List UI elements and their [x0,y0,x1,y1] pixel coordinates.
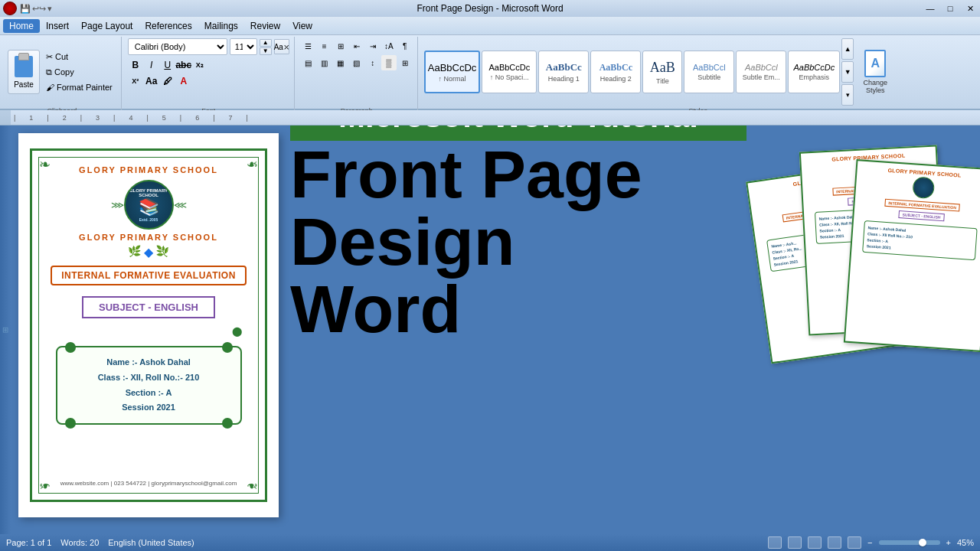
style-heading1-button[interactable]: AaBbCc Heading 1 [538,51,589,93]
align-center-button[interactable]: ▥ [317,55,332,70]
line-spacing-button[interactable]: ↕ [365,55,381,70]
bullets-button[interactable]: ☰ [301,38,316,54]
mini-eval-text-3: INTERNAL FORMATIVE EVALUATION [888,201,956,210]
underline-button[interactable]: U [160,57,175,73]
style-title-label: Title [656,77,669,85]
styles-scroll-up[interactable]: ▲ [841,38,854,60]
menu-review[interactable]: Review [244,19,286,33]
page-info: Page: 1 of 1 [6,538,51,547]
quick-access-toolbar: 💾 ↩ ↪ ▾ [0,0,55,17]
paste-button[interactable]: Paste [8,50,40,94]
style-h2-preview: AaBbCc [599,62,632,73]
multilevel-button[interactable]: ⊞ [333,38,348,54]
doc-border: ❧ ❧ ❧ ❧ GLORY PRIMARY SCHOOL ⋙ GLORY PRI… [30,148,267,502]
shading-button[interactable]: ▒ [381,55,397,70]
subscript-button[interactable]: X₂ [192,57,207,73]
style-emphasis-button[interactable]: AaBbCcDc Emphasis [788,51,840,93]
student-info: Name :- Ashok Dahal Class :- XII, Roll N… [69,355,229,416]
print-view-button[interactable] [768,536,782,549]
italic-button[interactable]: I [144,57,159,73]
highlight-button[interactable]: 🖊 [160,73,175,89]
font-family-selector[interactable]: Calibri (Body) [128,38,227,55]
zoom-minus-icon[interactable]: − [867,538,872,547]
superscript-button[interactable]: X² [128,73,143,89]
style-h2-label: Heading 2 [600,75,632,83]
style-subtitle-label: Subtitle [697,73,720,81]
title-line1: Front Page [290,141,642,208]
evaluation-text: INTERNAL FORMATIVE EVALUATION [61,270,236,281]
menu-mailings[interactable]: Mailings [198,19,244,33]
styles-scroll-down[interactable]: ▼ [841,61,854,83]
font-color-button[interactable]: A [176,73,191,89]
style-nospace-button[interactable]: AaBbCcDc ↑ No Spaci... [482,51,537,93]
sort-button[interactable]: ↕A [381,38,397,54]
style-h1-preview: AaBbCc [546,61,582,73]
align-right-button[interactable]: ▦ [333,55,348,70]
style-normal-label: ↑ Normal [439,75,466,83]
style-nospace-label: ↑ No Spaci... [490,73,529,81]
menu-insert[interactable]: Insert [40,19,75,33]
ruler-mark: | [80,114,82,122]
menu-view[interactable]: View [286,19,318,33]
ruler-mark: | [47,114,48,122]
cut-button[interactable]: ✂ Cut [42,50,116,64]
zoom-slider[interactable] [879,540,940,545]
mini-page-3-content: GLORY PRIMARY SCHOOL INTERNAL FORMATIVE … [845,161,980,350]
document-page: ❧ ❧ ❧ ❧ GLORY PRIMARY SCHOOL ⋙ GLORY PRI… [18,133,279,517]
overlay-area: Front Page Design Word W [290,133,746,141]
numbering-button[interactable]: ≡ [317,38,332,54]
document-area: ❧ ❧ ❧ ❧ GLORY PRIMARY SCHOOL ⋙ GLORY PRI… [11,126,980,534]
word-count: Words: 20 [60,538,99,547]
change-styles-icon: A [864,50,886,77]
menu-page-layout[interactable]: Page Layout [75,19,139,33]
minimize-button[interactable]: — [920,0,940,17]
style-subtitle-button[interactable]: AaBbCcl Subtitle [684,51,734,93]
style-normal-button[interactable]: AaBbCcDc ↑ Normal [424,51,481,93]
outline-view-button[interactable] [828,536,841,549]
tutorial-text: Microsoft Word Tutorial [338,126,698,135]
justify-button[interactable]: ▧ [349,55,364,70]
styles-more[interactable]: ▾ [841,84,854,106]
scroll-top-right-icon: ⬤ [232,326,242,337]
decrease-indent-button[interactable]: ⇤ [349,38,364,54]
web-layout-button[interactable] [808,536,822,549]
change-styles-button[interactable]: A Change Styles [855,47,895,97]
menu-home[interactable]: Home [3,19,40,33]
school-emblem-icon: 📚 [129,197,168,217]
title-line2: Design [290,208,642,276]
align-left-button[interactable]: ▤ [301,55,316,70]
mini-eval-3: INTERNAL FORMATIVE EVALUATION [884,199,960,212]
bold-button[interactable]: B [128,57,143,73]
clipboard-content: Paste ✂ Cut ⧉ Copy 🖌 Format Painter [8,38,116,106]
font-size-increase[interactable]: ▲ [260,39,272,47]
ruler-mark: 2 [63,114,67,122]
status-bar: Page: 1 of 1 Words: 20 English (United S… [0,534,980,551]
maximize-button[interactable]: □ [940,0,960,17]
strikethrough-button[interactable]: abc [176,57,191,73]
style-title-button[interactable]: AaB Title [642,51,682,93]
font-size-selector[interactable]: 11 [230,38,257,55]
menu-references[interactable]: References [139,19,198,33]
copy-button[interactable]: ⧉ Copy [42,65,116,79]
style-emphasis-label: Emphasis [799,73,830,81]
school-logo-text: GLORY PRIMARY SCHOOL 📚 Estd. 2005 [129,188,168,222]
school-name-bottom: GLORY PRIMARY SCHOOL [79,233,218,242]
text-effects-button[interactable]: Aa [144,73,159,89]
language: English (United States) [108,538,194,547]
close-button[interactable]: ✕ [960,0,980,17]
draft-view-button[interactable] [848,536,861,549]
zoom-plus-icon[interactable]: + [946,538,951,547]
doc-inner-border: ❧ ❧ ❧ ❧ GLORY PRIMARY SCHOOL ⋙ GLORY PRI… [38,157,259,494]
full-reading-button[interactable] [788,536,802,549]
left-panel: ⊞ [0,126,11,534]
stacked-pages: GLORY PRIMA... INTERNAL FORMATIVE EVALUA… [758,133,972,462]
borders-button[interactable]: ⊞ [397,55,413,70]
increase-indent-button[interactable]: ⇥ [365,38,381,54]
show-formatting-button[interactable]: ¶ [397,38,413,54]
style-subtleem-button[interactable]: AaBbCcl Subtle Em... [736,51,786,93]
font-size-decrease[interactable]: ▼ [260,47,272,55]
style-heading2-button[interactable]: AaBbCc Heading 2 [590,51,641,93]
clear-formatting-button[interactable]: Aa⤫ [274,39,289,54]
font-top-row: Calibri (Body) 11 ▲ ▼ Aa⤫ B I U abc [128,38,289,106]
format-painter-button[interactable]: 🖌 Format Painter [42,80,116,94]
